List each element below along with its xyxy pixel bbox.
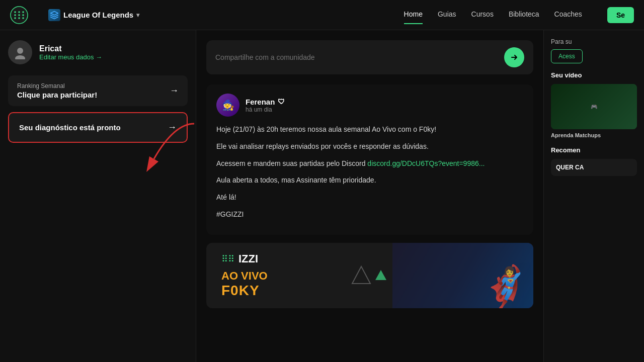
avatar [8, 40, 32, 64]
post-card: 🧙 Ferenan 🛡 há um dia Hoje (21/07) às 20… [206, 84, 533, 235]
video-overlay-text: 🎮 [589, 102, 600, 112]
post-line2: Ele vai analisar replays enviados por vo… [216, 141, 523, 153]
game-icon [48, 9, 60, 21]
ranking-arrow-icon: → [170, 85, 179, 96]
nav-cursos[interactable]: Cursos [471, 10, 494, 20]
post-line1: Hoje (21/07) às 20h teremos nossa aula s… [216, 124, 523, 136]
edit-profile-link[interactable]: Editar meus dados → [39, 53, 102, 61]
rec-card[interactable]: QUER CA [551, 159, 637, 176]
promo-brand-text: IZZI [238, 252, 258, 265]
nav-links: Home Guias Cursos Biblioteca Coaches Se [404, 7, 634, 23]
logo[interactable] [10, 6, 28, 24]
svg-point-5 [18, 14, 20, 16]
post-line3: Acessem e mandem suas partidas pelo Disc… [216, 158, 523, 170]
svg-point-6 [22, 14, 24, 16]
video-label: Aprenda Matchups [551, 132, 637, 138]
game-name-label: League Of Legends [63, 11, 133, 19]
post-line5: Até lá! [216, 192, 523, 204]
cta-button[interactable]: Se [607, 7, 634, 23]
diagnostic-label: Seu diagnóstico está pronto [19, 123, 121, 132]
promo-banner[interactable]: ⠿⠿ IZZI AO VIVO F0KY 🦸‍♀️ [206, 243, 533, 308]
rec-section-title: Recomen [551, 146, 637, 154]
nav-biblioteca[interactable]: Biblioteca [509, 10, 539, 20]
post-send-button[interactable] [504, 47, 524, 67]
username: Ericat [39, 44, 102, 53]
discord-link[interactable]: discord.gg/DDcU6TQs?event=9986... [367, 159, 485, 167]
video-thumbnail[interactable]: 🎮 [551, 84, 637, 129]
promo-streamer-name: F0KY [221, 283, 331, 299]
svg-marker-13 [352, 266, 370, 284]
svg-point-9 [22, 17, 24, 19]
nav-coaches[interactable]: Coaches [554, 10, 582, 20]
ranking-value: Clique para participar! [17, 90, 97, 99]
promo-left: ⠿⠿ IZZI AO VIVO F0KY [206, 243, 346, 308]
svg-point-11 [15, 55, 25, 59]
user-card: Ericat Editar meus dados → [8, 40, 188, 69]
subscribe-section: Para su Acess [551, 38, 637, 63]
nav-home[interactable]: Home [404, 10, 423, 20]
promo-live-label: AO VIVO [221, 269, 331, 283]
ranking-label: Ranking Semanal [17, 82, 97, 89]
svg-point-8 [18, 17, 20, 19]
subscribe-button[interactable]: Acess [551, 49, 583, 63]
post-header: 🧙 Ferenan 🛡 há um dia [216, 94, 523, 117]
post-body: Hoje (21/07) às 20h teremos nossa aula s… [216, 124, 523, 221]
sidebar: Ericat Editar meus dados → Ranking Seman… [0, 30, 196, 362]
svg-point-4 [14, 14, 16, 16]
svg-point-10 [17, 48, 23, 54]
svg-point-3 [22, 11, 24, 13]
post-hashtag: #GGIZZI [216, 209, 523, 221]
community-post-input[interactable] [215, 53, 498, 61]
svg-point-7 [14, 17, 16, 19]
post-author-name: Ferenan 🛡 [246, 98, 285, 106]
post-line4: Aula aberta a todos, mas Assinante têm p… [216, 174, 523, 187]
nav-guias[interactable]: Guias [438, 10, 456, 20]
navbar: League Of Legends ▾ Home Guias Cursos Bi… [0, 0, 644, 30]
main-content: 🧙 Ferenan 🛡 há um dia Hoje (21/07) às 20… [196, 30, 543, 362]
svg-marker-14 [375, 270, 386, 280]
promo-character-icon: 🦸‍♀️ [480, 263, 531, 308]
subscribe-text: Para su [551, 38, 637, 45]
svg-point-2 [18, 11, 20, 13]
game-selector[interactable]: League Of Legends ▾ [48, 9, 139, 21]
promo-triangles [346, 265, 392, 286]
promo-image: 🦸‍♀️ [392, 243, 533, 308]
video-section-title: Seu vídeo [551, 71, 637, 79]
promo-brand: ⠿⠿ IZZI [221, 252, 331, 265]
chevron-down-icon: ▾ [136, 12, 139, 19]
post-author-avatar: 🧙 [216, 94, 239, 117]
svg-point-1 [14, 11, 16, 13]
right-panel: Para su Acess Seu vídeo 🎮 Aprenda Matchu… [543, 30, 644, 362]
author-badge-icon: 🛡 [278, 98, 285, 106]
promo-dots-icon: ⠿⠿ [221, 253, 234, 264]
ranking-card[interactable]: Ranking Semanal Clique para participar! … [8, 75, 188, 106]
post-time: há um dia [246, 106, 285, 113]
recommendations-section: Recomen QUER CA [551, 146, 637, 176]
video-section: Seu vídeo 🎮 Aprenda Matchups [551, 71, 637, 138]
post-input-box [206, 40, 533, 74]
